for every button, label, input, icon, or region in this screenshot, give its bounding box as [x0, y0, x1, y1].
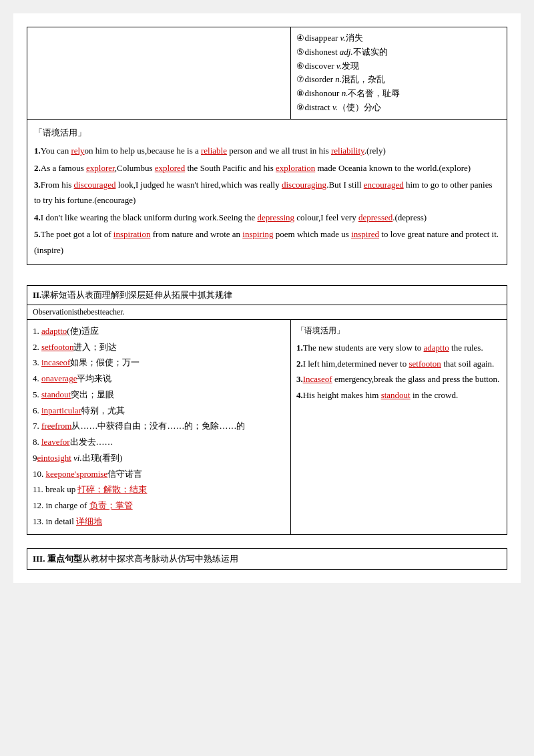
gap-1 — [27, 265, 507, 285]
section2-container: II.课标短语从表面理解到深层延伸从拓展中抓其规律 Observationist… — [27, 285, 507, 535]
phrase-10: 10. keepone'spromise信守诺言 — [33, 467, 285, 482]
phrase-9-text: eintosight — [37, 453, 71, 463]
vocab-item-2: ⑤dishonest adj.不诚实的 — [296, 45, 501, 59]
sentence-2-num: 2. — [34, 163, 41, 173]
s2-sentence-3: 3.Incaseof emergency,break the glass and… — [296, 372, 501, 387]
depressing-word: depressing — [257, 212, 294, 222]
section2-left: 1. adaptto(使)适应 2. setfooton进入；到达 3. inc… — [27, 320, 291, 534]
vocab-item-4: ⑦disorder n.混乱，杂乱 — [296, 73, 501, 87]
explorer-word: explorer — [86, 163, 115, 173]
explored-word: explored — [155, 163, 185, 173]
phrase-13: 13. in detail 详细地 — [33, 514, 285, 530]
vocab-item-5: ⑧dishonour n.不名誉，耻辱 — [296, 87, 501, 101]
vocab-table: ④disappear v.消失 ⑤dishonest adj.不诚实的 ⑥dis… — [27, 27, 507, 120]
inspired-word: inspired — [351, 229, 379, 239]
section1-yuwen-title: 「语境活用」 — [34, 125, 500, 140]
sentence-1: 1.You can relyon him to help us,because … — [34, 143, 500, 158]
s2-s4-num: 4. — [296, 390, 303, 400]
discouraged-word: discouraged — [74, 180, 116, 190]
page-container: ④disappear v.消失 ⑤dishonest adj.不诚实的 ⑥dis… — [13, 13, 521, 583]
s2-setfooton-word: setfooton — [409, 359, 441, 369]
section3-container: III. 重点句型从教材中探求高考脉动从仿写中熟练运用 — [27, 548, 507, 570]
vocab-right-cell: ④disappear v.消失 ⑤dishonest adj.不诚实的 ⑥dis… — [291, 27, 507, 120]
phrase-5: 5. standout突出；显眼 — [33, 387, 285, 403]
phrase-2-text: setfooton — [41, 342, 73, 352]
s2-adaptto-word: adaptto — [424, 343, 449, 353]
phrase-5-text: standout — [41, 389, 71, 399]
s2-sentence-4: 4.His height makes him standout in the c… — [296, 388, 501, 403]
phrase-7-text: freefrom — [41, 421, 71, 431]
reliability-word: reliability — [331, 146, 364, 156]
phrase-6: 6. inparticular特别，尤其 — [33, 403, 285, 419]
phrase-3-text: incaseof — [41, 357, 70, 367]
vocab-item-1: ④disappear v.消失 — [296, 31, 501, 45]
inspiring-word: inspiring — [242, 229, 273, 239]
s2-s2-num: 2. — [296, 359, 303, 369]
sentence-1-num: 1. — [34, 146, 41, 156]
phrase-13-meaning: 详细地 — [76, 516, 102, 526]
discouraging-word: discouraging — [282, 180, 326, 190]
phrase-4-text: onaverage — [41, 373, 77, 383]
phrase-2: 2. setfooton进入；到达 — [33, 340, 285, 355]
phrase-10-text: keepone'spromise — [46, 469, 108, 479]
section2-subheader: Observationisthebestteacher. — [27, 305, 507, 320]
section1-yuwen-box: 「语境活用」 1.You can relyon him to help us,b… — [27, 120, 507, 265]
phrase-8-text: leavefor — [41, 437, 70, 447]
reliable-word: reliable — [201, 146, 227, 156]
s2-standout-word: standout — [381, 390, 411, 400]
vocab-left-cell — [27, 27, 291, 120]
sentence-4-num: 4. — [34, 212, 41, 222]
phrase-1-text: adaptto — [41, 326, 67, 336]
section2-header: II.课标短语从表面理解到深层延伸从拓展中抓其规律 — [27, 286, 507, 305]
sentence-3: 3.From his discouraged look,I judged he … — [34, 177, 500, 208]
sentence-2: 2.As a famous explorer,Columbus explored… — [34, 160, 500, 176]
phrase-12: 12. in charge of 负责；掌管 — [33, 498, 285, 514]
phrase-11-meaning: 打碎；解散；结束 — [77, 484, 147, 494]
section3-title: 重点句型 — [47, 554, 82, 564]
exploration-word: exploration — [276, 163, 315, 173]
s2-incaseof-word: Incaseof — [303, 374, 332, 384]
phrase-12-meaning: 负责；掌管 — [89, 500, 133, 510]
vocab-item-3: ⑥discover v.发现 — [296, 59, 501, 73]
section2-body: 1. adaptto(使)适应 2. setfooton进入；到达 3. inc… — [27, 320, 507, 534]
vocab-item-6: ⑨distract v.（使）分心 — [296, 101, 501, 115]
s2-sentence-2: 2.I left him,determined never to setfoot… — [296, 357, 501, 372]
sentence-5-num: 5. — [34, 229, 41, 239]
s2-sentence-1: 1.The new students are very slow to adap… — [296, 341, 501, 356]
phrase-1: 1. adaptto(使)适应 — [33, 324, 285, 339]
sentence-5: 5.The poet got a lot of inspiration from… — [34, 226, 500, 258]
encouraged-word: encouraged — [364, 180, 404, 190]
phrase-11: 11. break up 打碎；解散；结束 — [33, 482, 285, 498]
phrase-6-text: inparticular — [41, 405, 81, 415]
s2-s1-num: 1. — [296, 343, 303, 353]
rely-word: rely — [71, 146, 84, 156]
phrase-9: 9eintosight vi.出现(看到) — [33, 451, 285, 466]
section2-title: 课标短语从表面理解到深层延伸从拓展中抓其规律 — [41, 290, 232, 300]
section3-roman: III. — [33, 554, 45, 564]
sentence-4: 4.I don't like wearing the black uniform… — [34, 210, 500, 225]
section2-right: 「语境活用」 1.The new students are very slow … — [291, 320, 507, 534]
sentence-3-num: 3. — [34, 180, 41, 190]
phrase-3: 3. incaseof如果；假使；万一 — [33, 355, 285, 371]
section2-roman: II. — [33, 290, 41, 300]
phrase-8: 8. leavefor出发去…… — [33, 435, 285, 450]
phrase-7: 7. freefrom从……中获得自由；没有……的；免除……的 — [33, 419, 285, 434]
inspiration-word: inspiration — [113, 229, 151, 239]
s2-s3-num: 3. — [296, 374, 303, 384]
depressed-word: depressed — [358, 212, 392, 222]
section3-header: III. 重点句型从教材中探求高考脉动从仿写中熟练运用 — [33, 553, 501, 565]
section2-yuwen-title: 「语境活用」 — [296, 324, 501, 338]
phrase-4: 4. onaverage平均来说 — [33, 371, 285, 387]
